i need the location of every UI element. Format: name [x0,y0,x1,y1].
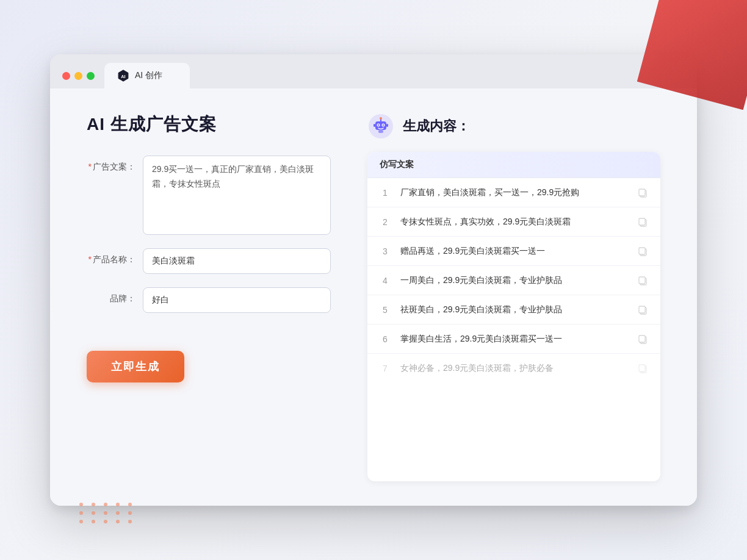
item-number: 1 [380,188,391,198]
page-title: AI 生成广告文案 [87,113,331,136]
item-text: 掌握美白生活，29.9元美白淡斑霜买一送一 [400,332,627,345]
traffic-lights [62,72,95,88]
output-box: 仿写文案 1 厂家直销，美白淡斑霜，买一送一，29.9元抢购 2 专抹女性斑点，… [367,152,660,481]
output-list-item: 5 祛斑美白，29.9元美白淡斑霜，专业护肤品 [367,295,660,325]
item-number: 2 [380,217,391,227]
copy-icon[interactable] [637,363,648,374]
output-list-item: 1 厂家直销，美白淡斑霜，买一送一，29.9元抢购 [367,178,660,207]
product-name-required: * [88,254,92,264]
item-text: 一周美白，29.9元美白淡斑霜，专业护肤品 [400,274,627,287]
item-number: 6 [380,334,391,344]
traffic-light-red[interactable] [62,72,70,80]
item-text: 祛斑美白，29.9元美白淡斑霜，专业护肤品 [400,303,627,316]
svg-rect-16 [639,218,645,225]
output-list-item: 7 女神必备，29.9元美白淡斑霜，护肤必备 [367,354,660,382]
output-list-item: 3 赠品再送，29.9元美白淡斑霜买一送一 [367,237,660,266]
svg-rect-22 [639,306,645,313]
svg-rect-20 [639,277,645,284]
browser-tab[interactable]: AI AI 创作 [104,63,190,88]
svg-text:AI: AI [121,74,125,79]
right-panel: 生成内容： 仿写文案 1 厂家直销，美白淡斑霜，买一送一，29.9元抢购 2 专… [367,113,660,481]
left-panel: AI 生成广告文案 *广告文案： 29.9买一送一，真正的厂家直销，美白淡斑霜，… [87,113,331,481]
item-text: 专抹女性斑点，真实功效，29.9元美白淡斑霜 [400,215,627,228]
browser-chrome: AI AI 创作 [50,54,697,88]
svg-rect-10 [374,124,375,127]
item-text: 赠品再送，29.9元美白淡斑霜买一送一 [400,245,627,257]
generate-button[interactable]: 立即生成 [87,351,184,382]
copy-icon[interactable] [637,275,648,286]
product-name-group: *产品名称： [87,248,331,274]
output-list-item: 4 一周美白，29.9元美白淡斑霜，专业护肤品 [367,266,660,295]
item-number: 5 [380,305,391,315]
item-number: 4 [380,276,391,285]
svg-point-9 [380,117,382,120]
svg-rect-12 [378,130,383,133]
copy-icon[interactable] [637,304,648,315]
svg-point-6 [378,124,379,126]
output-table-header: 仿写文案 [367,152,660,178]
copy-icon[interactable] [637,334,648,345]
traffic-light-green[interactable] [87,72,95,80]
item-text: 厂家直销，美白淡斑霜，买一送一，29.9元抢购 [400,186,627,199]
ai-tab-icon: AI [117,69,130,82]
browser-window: AI AI 创作 AI 生成广告文案 *广告文案： 29.9买一送一，真正的厂家… [50,54,697,506]
product-name-label: *产品名称： [87,248,135,265]
ad-copy-label: *广告文案： [87,156,135,173]
ad-copy-textarea[interactable]: 29.9买一送一，真正的厂家直销，美白淡斑霜，专抹女性斑点 [143,156,331,235]
item-number: 3 [380,246,391,256]
copy-icon[interactable] [637,187,648,198]
output-list-item: 6 掌握美白生活，29.9元美白淡斑霜买一送一 [367,325,660,354]
svg-point-7 [383,124,384,126]
copy-icon[interactable] [637,246,648,257]
product-name-input[interactable] [143,248,331,274]
copy-icon[interactable] [637,217,648,228]
brand-group: 品牌： [87,287,331,313]
item-text: 女神必备，29.9元美白淡斑霜，护肤必备 [400,362,627,375]
svg-rect-26 [639,365,645,372]
browser-content: AI 生成广告文案 *广告文案： 29.9买一送一，真正的厂家直销，美白淡斑霜，… [50,88,697,506]
robot-icon [367,113,394,140]
svg-rect-18 [639,248,645,254]
output-header: 生成内容： [367,113,660,140]
svg-rect-11 [386,124,388,127]
output-list-item: 2 专抹女性斑点，真实功效，29.9元美白淡斑霜 [367,207,660,237]
ad-copy-group: *广告文案： 29.9买一送一，真正的厂家直销，美白淡斑霜，专抹女性斑点 [87,156,331,235]
output-items-container: 1 厂家直销，美白淡斑霜，买一送一，29.9元抢购 2 专抹女性斑点，真实功效，… [367,178,660,382]
brand-input[interactable] [143,287,331,313]
tab-title: AI 创作 [135,70,162,81]
output-title: 生成内容： [403,117,470,135]
ad-copy-required: * [88,162,92,171]
brand-label: 品牌： [87,287,135,304]
traffic-light-yellow[interactable] [74,72,82,80]
item-number: 7 [380,364,391,373]
decoration-dots [79,503,135,523]
svg-rect-14 [639,189,645,196]
svg-rect-24 [639,336,645,342]
